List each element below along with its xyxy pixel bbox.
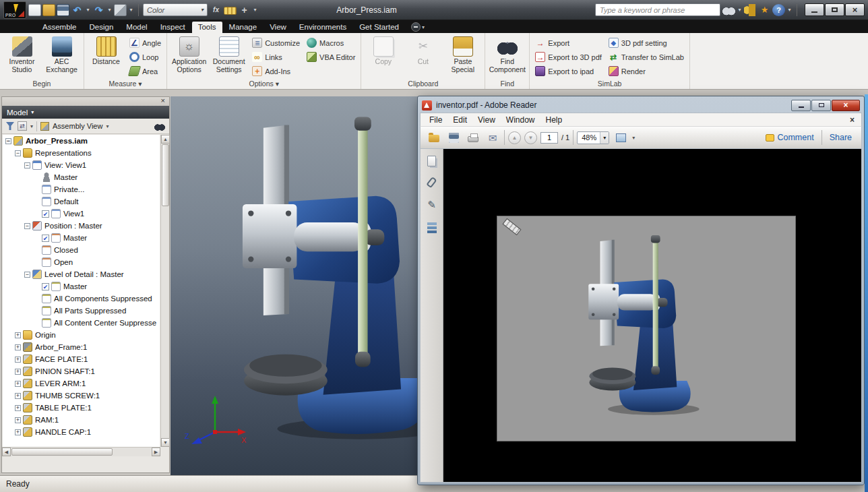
positioner-icon[interactable] [238, 4, 251, 16]
collapse-icon[interactable]: − [24, 162, 30, 168]
adobe-minimize-button[interactable] [791, 100, 811, 111]
ribbon-tab-assemble[interactable]: Assemble [36, 22, 83, 33]
tree-item-pinion-shaft-1[interactable]: +PINION SHAFT:1 [3, 365, 160, 377]
panel-header[interactable]: Model ▾ [2, 106, 169, 119]
checkbox-checked[interactable]: ✔ [42, 210, 49, 218]
search-binoculars-icon[interactable] [722, 4, 735, 16]
ribbon-button-transfer-to-simlab[interactable]: Transfer to SimLab [605, 50, 687, 64]
adobe-menu-window[interactable]: Window [501, 114, 540, 126]
tree-item-default[interactable]: Default [3, 195, 160, 208]
tree-item-all-components-suppressed[interactable]: All Components Suppressed [3, 293, 160, 305]
ribbon-button-export-to-ipad[interactable]: Export to ipad [532, 64, 605, 78]
tree-item-arbor-frame-1[interactable]: +Arbor_Frame:1 [3, 341, 160, 353]
adobe-menu-edit[interactable]: Edit [447, 114, 472, 126]
tree-item-open[interactable]: Open [3, 256, 160, 268]
ribbon-button-cut[interactable]: Cut [403, 34, 443, 79]
ribbon-button-add-ins[interactable]: Add-Ins [249, 64, 303, 78]
fx-icon[interactable] [210, 4, 222, 16]
checkbox-checked[interactable]: ✔ [42, 235, 49, 242]
scroll-right-icon[interactable]: ▶ [152, 448, 160, 456]
tree-item-master[interactable]: Master [3, 171, 160, 183]
inventor-logo-icon[interactable]: PRO [3, 1, 26, 19]
layers-icon[interactable] [427, 222, 437, 225]
ribbon-button-document-settings[interactable]: Document Settings [209, 34, 249, 79]
open-file-icon[interactable] [42, 4, 55, 16]
expand-icon[interactable]: + [15, 417, 21, 423]
ribbon-tab-view[interactable]: View [264, 22, 292, 33]
tree-item-all-parts-suppressed[interactable]: All Parts Suppressed [3, 305, 160, 317]
chevron-down-icon[interactable]: ▾ [106, 123, 108, 129]
tree-item-view1[interactable]: ✔View1 [3, 208, 160, 220]
help-search-input[interactable] [595, 3, 720, 16]
ribbon-group-label-find[interactable]: Find [485, 79, 529, 89]
assembly-view-label[interactable]: Assembly View [53, 122, 102, 130]
page-number-input[interactable] [540, 132, 558, 144]
tree-item-table-plate-1[interactable]: +TABLE PLATE:1 [3, 402, 160, 414]
ribbon-button-paste-special[interactable]: Paste Special [443, 34, 483, 79]
collapse-icon[interactable]: − [15, 150, 21, 156]
ribbon-tab-environments[interactable]: Environments [293, 22, 352, 33]
ribbon-button-distance[interactable]: Distance [86, 34, 126, 79]
tree-item-closed[interactable]: Closed [3, 244, 160, 256]
ribbon-group-label-options[interactable]: Options ▾ [167, 79, 361, 89]
ribbon-group-label-simlab[interactable]: SimLab [530, 79, 689, 89]
expand-icon[interactable]: + [15, 381, 21, 387]
scrollbar-thumb[interactable] [162, 144, 169, 206]
zoom-dropdown-icon[interactable]: ▾ [600, 132, 609, 144]
new-file-icon[interactable] [28, 4, 41, 16]
tree-item-thumb-screw-1[interactable]: +THUMB SCREW:1 [3, 390, 160, 402]
ribbon-tab-manage[interactable]: Manage [223, 22, 264, 33]
help-icon[interactable] [772, 4, 785, 16]
ribbon-tab-tools[interactable]: Tools [192, 22, 222, 33]
expand-icon[interactable]: + [15, 429, 21, 435]
expand-icon[interactable]: + [15, 357, 21, 363]
ribbon-button-export[interactable]: Export [532, 36, 605, 50]
ribbon-group-label-measure[interactable]: Measure ▾ [84, 79, 166, 89]
ribbon-tab-get-started[interactable]: Get Started [353, 22, 405, 33]
ribbon-group-label-begin[interactable]: Begin [0, 79, 84, 89]
ribbon-button-area[interactable]: Area [126, 64, 164, 78]
tree-item-representations[interactable]: −Representations [3, 147, 160, 159]
ribbon-button-copy[interactable]: Copy [363, 34, 403, 79]
tree-item-view-view1[interactable]: −View: View1 [3, 159, 160, 171]
checkbox-checked[interactable]: ✔ [42, 283, 49, 290]
expand-icon[interactable]: + [15, 344, 21, 350]
ribbon-tab-inspect[interactable]: Inspect [154, 22, 191, 33]
color-combo[interactable]: Color ▾ [143, 3, 208, 16]
ribbon-tab-design[interactable]: Design [84, 22, 120, 33]
signatures-icon[interactable] [425, 198, 439, 212]
collapse-icon[interactable]: − [5, 138, 11, 144]
adobe-titlebar[interactable]: inventor.pdf - Adobe Reader × [420, 98, 862, 113]
tree-mode-icon[interactable]: ⇄ [18, 121, 27, 131]
ribbon-group-label-clipboard[interactable]: Clipboard [361, 79, 485, 89]
tree-item-arbor-press-iam[interactable]: −Arbor_Press.iam [3, 135, 160, 147]
panel-close-icon[interactable]: × [159, 96, 167, 105]
maximize-button[interactable] [825, 3, 844, 16]
redo-icon[interactable] [92, 4, 105, 16]
save-icon[interactable] [57, 4, 69, 16]
adobe-close-button[interactable]: × [832, 100, 860, 111]
collapse-icon[interactable]: − [24, 272, 30, 278]
tree-item-face-plate-1[interactable]: +FACE PLATE:1 [3, 353, 160, 365]
ribbon-button-find-component[interactable]: Find Component [487, 34, 527, 79]
ribbon-button-application-options[interactable]: Application Options [169, 34, 209, 79]
zoom-control[interactable]: 48% ▾ [577, 131, 609, 144]
tree-item-lever-arm-1[interactable]: +LEVER ARM:1 [3, 377, 160, 390]
tree-horizontal-scrollbar[interactable]: ◀ ▶ [2, 447, 160, 456]
tree-item-position-master[interactable]: −Position : Master [3, 220, 160, 232]
adobe-menubar-close-icon[interactable]: × [846, 115, 858, 125]
close-button[interactable]: × [845, 3, 865, 16]
adobe-maximize-button[interactable] [811, 100, 831, 111]
minimize-button[interactable] [805, 3, 824, 16]
ribbon-button-angle[interactable]: Angle [126, 36, 164, 50]
tree-item-origin[interactable]: +Origin [3, 329, 160, 341]
email-icon[interactable]: ✉ [485, 129, 501, 146]
ribbon-button-render[interactable]: Render [605, 64, 687, 78]
tree-item-private[interactable]: Private... [3, 183, 160, 195]
ribbon-button-aec-exchange[interactable]: AEC Exchange [42, 34, 82, 79]
ribbon-button-links[interactable]: Links [249, 50, 303, 64]
attachments-icon[interactable] [426, 177, 437, 188]
adobe-menu-file[interactable]: File [424, 114, 447, 126]
scrollbar-thumb[interactable] [11, 448, 113, 456]
page-thumbnails-icon[interactable] [427, 156, 436, 166]
